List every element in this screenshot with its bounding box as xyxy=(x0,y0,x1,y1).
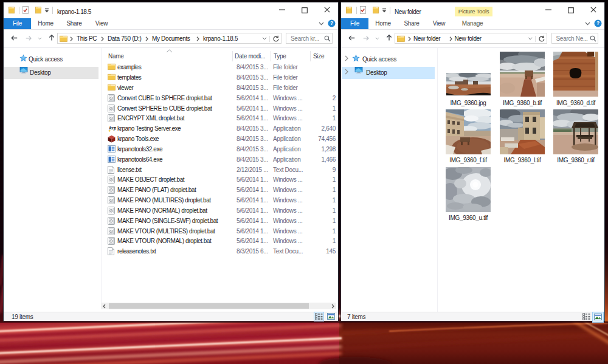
svg-text:krp: krp xyxy=(109,125,117,131)
svg-text:?: ? xyxy=(330,20,333,26)
svg-text:?: ? xyxy=(596,20,599,26)
